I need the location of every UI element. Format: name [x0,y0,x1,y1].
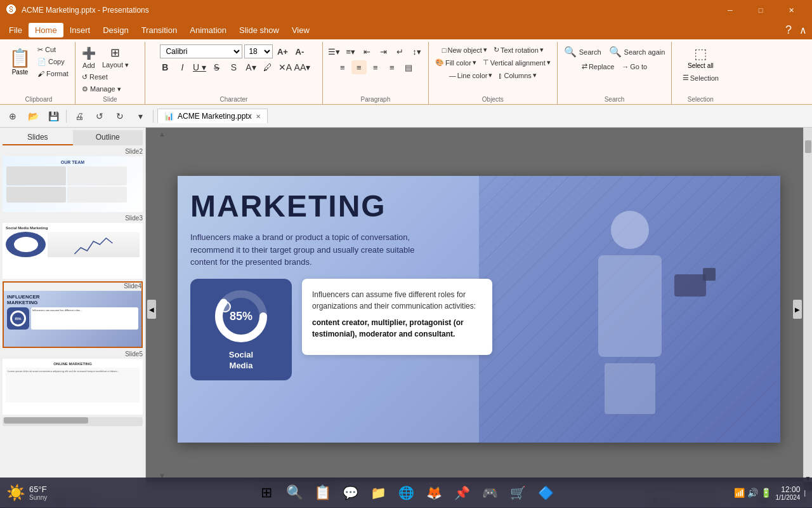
minimize-button[interactable]: ─ [716,0,745,20]
save-button[interactable]: 💾 [44,108,62,124]
align-right-button[interactable]: ≡ [368,60,383,74]
search-taskbar-button[interactable]: 🔍 [282,480,307,505]
increase-font-button[interactable]: A+ [275,44,290,58]
justify-button[interactable]: ≡ [384,60,400,74]
teams-icon[interactable]: 💬 [337,480,363,505]
rtl-button[interactable]: ↵ [393,44,408,58]
help-icon[interactable]: ? [780,23,797,37]
clock[interactable]: 12:00 1/1/2024 [775,485,800,501]
decrease-font-button[interactable]: A- [292,44,307,58]
volume-icon[interactable]: 🔊 [747,488,758,498]
wps-icon[interactable]: 🔷 [533,480,558,505]
replace-button[interactable]: ⇄ Replace [579,61,617,72]
clear-format-button[interactable]: ✕A [277,60,292,74]
vertical-scrollbar[interactable]: ▼ [803,128,812,482]
maximize-button[interactable]: □ [746,0,775,20]
manage-button[interactable]: ⚙ Manage ▾ [79,84,124,95]
menu-view[interactable]: View [285,23,316,37]
copy-button[interactable]: 📄 Copy [35,57,71,67]
search-again-button[interactable]: 🔍 Search again [606,44,668,59]
slide-item-4[interactable]: Slide4 INFLUENCERMARKETING 85% Influence… [3,281,143,348]
bullets-button[interactable]: ☰▾ [327,44,342,58]
new-object-button[interactable]: □ New object ▾ [440,44,490,55]
font-size-select[interactable]: 18 [244,44,273,58]
font-family-select[interactable]: Calibri [160,44,242,58]
menu-design[interactable]: Design [96,23,134,37]
pin-icon[interactable]: 📌 [449,480,475,505]
vertical-alignment-button[interactable]: ⊤ Vertical alignment ▾ [480,57,553,68]
line-color-button[interactable]: — Line color ▾ [447,70,495,81]
toolbar-row: ⊕ 📂 💾 🖨 ↺ ↻ ▾ 📊 ACME Marketing.pptx ✕ [0,105,812,128]
redo-button[interactable]: ↻ [111,108,129,124]
menu-insert[interactable]: Insert [63,23,97,37]
align-center-button[interactable]: ≡ [351,60,367,74]
line-spacing-button[interactable]: ↕▾ [409,44,424,58]
font-color-button[interactable]: A▾ [243,60,258,74]
open-button[interactable]: 📂 [24,108,42,124]
cut-button[interactable]: ✂ Cut [35,44,71,55]
text-rotation-button[interactable]: ↻ Text rotation ▾ [491,44,546,55]
selection-button[interactable]: ☰ Selection [680,72,721,83]
outline-tab[interactable]: Outline [73,130,143,145]
columns-button[interactable]: ⫿ Columns ▾ [496,70,539,81]
time-display: 12:00 [775,485,800,494]
scroll-right-button[interactable]: ▶ [793,300,802,319]
font-size-misc[interactable]: AA▾ [294,60,310,74]
slide-item-5[interactable]: Slide5 ONLINE MARKETING Lorem ipsum dolo… [3,351,143,415]
explorer-icon[interactable]: 📁 [365,480,391,505]
strikethrough-button[interactable]: S̶ [209,60,224,74]
donut-label: Social Media [229,350,253,371]
close-button[interactable]: ✕ [776,0,806,20]
align-left-button[interactable]: ≡ [335,60,350,74]
increase-indent-button[interactable]: ⇥ [376,44,391,58]
firefox-icon[interactable]: 🦊 [421,480,447,505]
menu-home[interactable]: Home [29,23,63,37]
slides-tab[interactable]: Slides [3,130,73,145]
show-desktop-button[interactable]: | [804,490,806,497]
menu-transition[interactable]: Transition [135,23,184,37]
document-tab[interactable]: 📊 ACME Marketing.pptx ✕ [157,109,268,123]
slide-item-2[interactable]: Slide2 OUR TEAM [3,148,143,212]
more-button[interactable]: ▾ [131,108,149,124]
slide3-label: Slide3 [3,215,143,222]
italic-button[interactable]: I [174,60,190,74]
reset-button[interactable]: ↺ Reset [79,72,110,83]
scroll-left-button[interactable]: ◀ [147,300,156,319]
search-button[interactable]: 🔍 Search [561,44,604,59]
slide2-thumb: OUR TEAM [3,156,143,212]
taskview-button[interactable]: 📋 [310,480,335,505]
ribbon-collapse-icon[interactable]: ∧ [797,24,809,36]
paste-button[interactable]: 📋 Paste [6,46,34,77]
print-button[interactable]: 🖨 [70,108,88,124]
menu-file[interactable]: File [3,23,29,37]
edge-icon[interactable]: 🌐 [393,480,419,505]
menu-animation[interactable]: Animation [183,23,233,37]
add-slide-button[interactable]: ➕ Add [79,45,98,70]
shadow-button[interactable]: S [226,60,241,74]
fill-color-button[interactable]: 🎨 Fill color ▾ [433,57,479,68]
distribute-button[interactable]: ▤ [401,60,416,74]
scroll-up-arrow[interactable]: ▲ [159,130,166,138]
numbering-button[interactable]: ≡▾ [343,44,358,58]
select-all-button[interactable]: ⬚ Select all [684,44,717,70]
undo-button[interactable]: ↺ [91,108,108,124]
battery-icon: 🔋 [761,488,771,498]
new-button[interactable]: ⊕ [4,108,22,124]
bold-button[interactable]: B [157,60,173,74]
menu-slideshow[interactable]: Slide show [233,23,285,37]
info-card-text: Influencers can assume five different ro… [312,289,482,312]
slide-panel-scrollbar[interactable] [3,417,143,426]
slide-item-3[interactable]: Slide3 Social Media Marketing [3,215,143,279]
highlight-button[interactable]: 🖊 [260,60,275,74]
store-icon[interactable]: 🛒 [505,480,530,505]
network-icon[interactable]: 📶 [734,488,745,498]
tab-close-button[interactable]: ✕ [256,113,261,120]
format-painter-button[interactable]: 🖌 Format [35,69,71,79]
go-to-button[interactable]: → Go to [619,62,650,72]
game-icon[interactable]: 🎮 [477,480,502,505]
underline-button[interactable]: U ▾ [192,60,207,74]
start-button[interactable]: ⊞ [254,480,279,505]
decrease-indent-button[interactable]: ⇤ [360,44,375,58]
v-scroll-thumb[interactable] [805,140,811,153]
layout-button[interactable]: ⊞ Layout ▾ [100,44,131,70]
